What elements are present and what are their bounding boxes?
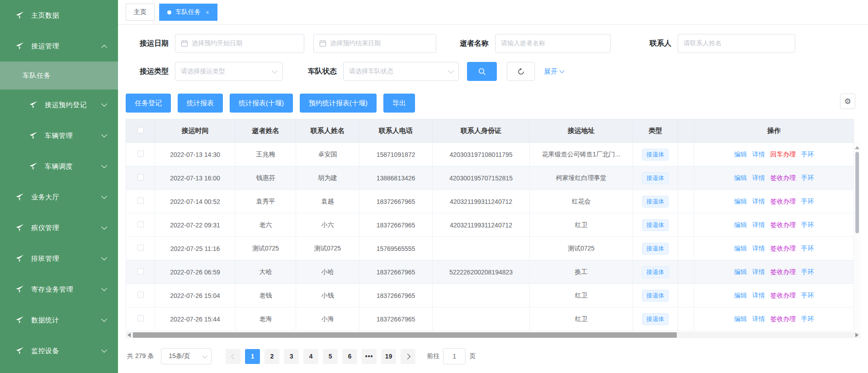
deceased-name-input[interactable]: 请输入逝者名称 (495, 34, 611, 53)
action-link[interactable]: 编辑 (734, 245, 747, 252)
row-checkbox[interactable] (137, 221, 144, 227)
action-link[interactable]: 签收办理 (770, 315, 796, 322)
sidebar-item-11[interactable]: 数据统计 (0, 305, 118, 335)
action-link[interactable]: 签收办理 (770, 174, 796, 181)
action-link[interactable]: 手环 (801, 221, 814, 228)
page-button-2[interactable]: 2 (264, 349, 279, 364)
action-link[interactable]: 编辑 (734, 151, 747, 158)
sidebar-item-5[interactable]: 车辆管理 (0, 120, 118, 151)
sidebar-item-4[interactable]: 接运预约登记 (0, 90, 118, 120)
action-link[interactable]: 详情 (752, 268, 765, 275)
vertical-scrollbar-thumb[interactable] (855, 152, 859, 233)
scroll-up-icon[interactable] (855, 146, 859, 149)
sidebar-item-10[interactable]: 寄存业务管理 (0, 274, 118, 305)
action-link[interactable]: 回车办理 (770, 151, 796, 158)
action-link[interactable]: 手环 (801, 174, 814, 181)
action-link[interactable]: 签收办理 (770, 198, 796, 205)
action-link[interactable]: 编辑 (734, 198, 747, 205)
page-button-19[interactable]: 19 (381, 349, 396, 364)
action-link[interactable]: 详情 (752, 315, 765, 322)
toolbar-button-2[interactable]: 统计报表 (178, 94, 223, 113)
row-checkbox[interactable] (137, 198, 144, 204)
type-tag: 接遗体 (642, 243, 669, 255)
page-size-select[interactable]: 15条/页 (161, 348, 212, 364)
page-button-4[interactable]: 4 (303, 349, 318, 364)
toolbar-button-5[interactable]: 导出 (383, 94, 415, 113)
action-link[interactable]: 手环 (801, 315, 814, 322)
action-link[interactable]: 详情 (752, 245, 765, 252)
action-link[interactable]: 手环 (801, 245, 814, 252)
type-tag: 接遗体 (642, 172, 669, 184)
action-link[interactable]: 编辑 (734, 292, 747, 299)
action-link[interactable]: 签收办理 (770, 268, 796, 275)
scroll-right-icon[interactable] (855, 333, 859, 337)
scroll-left-icon[interactable] (127, 333, 131, 337)
column-settings-button[interactable]: ⚙ (840, 94, 855, 109)
horizontal-scrollbar[interactable] (126, 332, 860, 338)
sidebar-item-8[interactable]: 殡仪管理 (0, 212, 118, 243)
tab-1[interactable]: 主页 (126, 4, 155, 21)
action-link[interactable]: 签收办理 (770, 245, 796, 252)
prev-page-button[interactable] (226, 349, 241, 364)
sidebar-item-7[interactable]: 业务大厅 (0, 182, 118, 212)
row-checkbox[interactable] (137, 292, 144, 298)
sidebar-item-2[interactable]: 接运管理 (0, 31, 118, 61)
action-link[interactable]: 手环 (801, 268, 814, 275)
pickup-time-cell: 2022-07-13 14:30 (155, 143, 236, 166)
date-start-input[interactable]: 选择预约开始日期 (175, 34, 304, 53)
expand-toggle[interactable]: 展开 (544, 67, 564, 76)
type-cell: 接遗体 (633, 143, 678, 166)
column-header: 接运时间 (155, 119, 236, 143)
fleet-status-label: 车队状态 (308, 67, 337, 76)
row-checkbox[interactable] (137, 315, 144, 321)
paper-plane-icon (15, 223, 24, 232)
row-checkbox[interactable] (137, 174, 144, 180)
action-link[interactable]: 编辑 (734, 174, 747, 181)
page-ellipsis[interactable]: ••• (362, 349, 377, 364)
sidebar-item-3[interactable]: 车队任务 (0, 61, 118, 90)
action-link[interactable]: 详情 (752, 174, 765, 181)
fleet-status-select[interactable]: 请选择车队状态 (343, 62, 459, 81)
action-link[interactable]: 详情 (752, 151, 765, 158)
transport-type-select[interactable]: 请选择接运类型 (175, 62, 283, 81)
action-link[interactable]: 签收办理 (770, 221, 796, 228)
page-button-3[interactable]: 3 (284, 349, 299, 364)
action-link[interactable]: 编辑 (734, 315, 747, 322)
action-link[interactable]: 详情 (752, 221, 765, 228)
sidebar-item-1[interactable]: 主页数据 (0, 0, 118, 31)
action-link[interactable]: 手环 (801, 151, 814, 158)
goto-page-input[interactable] (443, 348, 466, 364)
vertical-scrollbar[interactable] (854, 142, 860, 331)
search-button[interactable] (467, 62, 497, 81)
sidebar-item-6[interactable]: 车辆调度 (0, 151, 118, 182)
date-end-input[interactable]: 选择预约结束日期 (313, 34, 436, 53)
toolbar-button-1[interactable]: 任务登记 (126, 94, 171, 113)
action-link[interactable]: 编辑 (734, 268, 747, 275)
contact-input[interactable]: 请联系人姓名 (678, 34, 795, 53)
action-link[interactable]: 签收办理 (770, 292, 796, 299)
select-all-checkbox[interactable] (137, 127, 144, 133)
pickup-time-cell: 2022-07-13 16:00 (155, 166, 236, 190)
row-checkbox[interactable] (137, 268, 144, 274)
action-link[interactable]: 手环 (801, 198, 814, 205)
row-checkbox[interactable] (137, 151, 144, 157)
contact-id-cell (433, 237, 530, 260)
page-button-1[interactable]: 1 (245, 349, 260, 364)
next-page-button[interactable] (401, 349, 415, 364)
close-icon[interactable]: × (206, 9, 209, 16)
toolbar-button-3[interactable]: 统计报表(十堰) (230, 94, 293, 113)
action-link[interactable]: 手环 (801, 292, 814, 299)
toolbar-button-4[interactable]: 预约统计报表(十堰) (300, 94, 377, 113)
row-checkbox[interactable] (137, 245, 144, 251)
sidebar-item-12[interactable]: 监控设备 (0, 335, 118, 366)
page-button-5[interactable]: 5 (323, 349, 338, 364)
action-link[interactable]: 编辑 (734, 221, 747, 228)
horizontal-scrollbar-thumb[interactable] (133, 332, 677, 338)
sidebar-item-label: 数据统计 (31, 316, 59, 325)
refresh-button[interactable] (507, 62, 535, 81)
sidebar-item-9[interactable]: 排班管理 (0, 243, 118, 274)
page-button-6[interactable]: 6 (342, 349, 357, 364)
tab-2[interactable]: 车队任务× (159, 4, 217, 21)
action-link[interactable]: 详情 (752, 198, 765, 205)
action-link[interactable]: 详情 (752, 292, 765, 299)
